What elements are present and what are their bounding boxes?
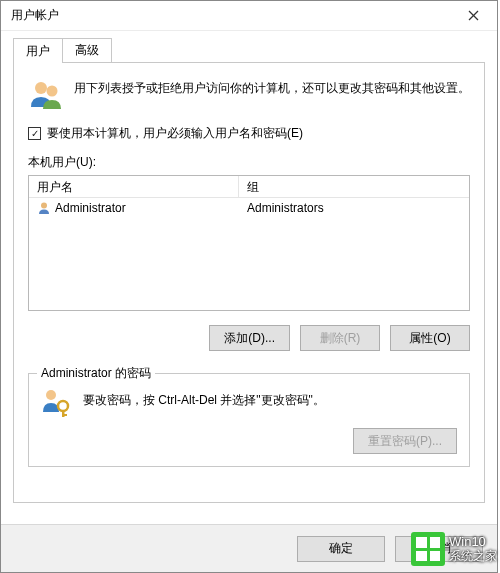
tab-users[interactable]: 用户	[13, 38, 63, 63]
local-users-label: 本机用户(U):	[28, 154, 470, 171]
svg-point-3	[47, 86, 58, 97]
list-header: 用户名 组	[29, 176, 469, 198]
window-title: 用户帐户	[11, 7, 453, 24]
intro-text: 用下列表授予或拒绝用户访问你的计算机，还可以更改其密码和其他设置。	[74, 77, 470, 97]
list-buttons: 添加(D)... 删除(R) 属性(O)	[28, 325, 470, 351]
password-hint-text: 要改密码，按 Ctrl-Alt-Del 并选择"更改密码"。	[83, 386, 325, 409]
ok-button[interactable]: 确定	[297, 536, 385, 562]
svg-point-5	[46, 390, 56, 400]
column-username[interactable]: 用户名	[29, 176, 239, 197]
svg-point-6	[58, 401, 68, 411]
users-list[interactable]: 用户名 组 Administrator Administrators	[28, 175, 470, 311]
titlebar: 用户帐户	[1, 1, 497, 31]
svg-point-2	[35, 82, 47, 94]
tab-pane-users: 用下列表授予或拒绝用户访问你的计算机，还可以更改其密码和其他设置。 ✓ 要使用本…	[13, 63, 485, 503]
svg-point-4	[41, 203, 47, 209]
add-button[interactable]: 添加(D)...	[209, 325, 290, 351]
password-legend: Administrator 的密码	[37, 365, 155, 382]
close-icon	[468, 10, 479, 21]
user-group-cell: Administrators	[239, 201, 461, 215]
properties-button[interactable]: 属性(O)	[390, 325, 470, 351]
reset-password-button[interactable]: 重置密码(P)...	[353, 428, 457, 454]
column-group[interactable]: 组	[239, 176, 469, 197]
tabstrip: 用户 高级	[13, 39, 485, 63]
user-icon	[37, 201, 51, 215]
dialog-button-bar: 确定 取消	[1, 524, 497, 572]
user-accounts-dialog: 用户帐户 用户 高级 用下列表授予或拒绝用户访问你的计算机，还可以更改其密码和其…	[0, 0, 498, 573]
users-icon	[28, 77, 64, 113]
remove-button[interactable]: 删除(R)	[300, 325, 380, 351]
tab-advanced[interactable]: 高级	[62, 38, 112, 62]
close-button[interactable]	[453, 2, 493, 30]
user-name-cell: Administrator	[55, 201, 126, 215]
require-password-checkbox[interactable]: ✓	[28, 127, 41, 140]
key-icon	[41, 386, 73, 418]
cancel-button[interactable]: 取消	[395, 536, 483, 562]
svg-rect-8	[62, 414, 67, 416]
require-password-label: 要使用本计算机，用户必须输入用户名和密码(E)	[47, 125, 303, 142]
list-item[interactable]: Administrator Administrators	[29, 198, 469, 218]
password-groupbox: Administrator 的密码 要改密码，按 Ctrl-Alt-Del 并选…	[28, 373, 470, 467]
